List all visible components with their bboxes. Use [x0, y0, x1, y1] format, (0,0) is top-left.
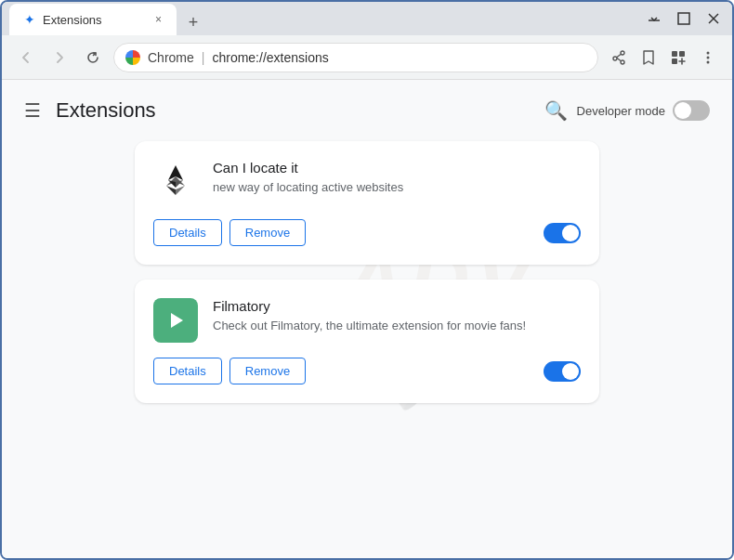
enable-toggle-can-i-locate-it[interactable]: [544, 223, 581, 243]
forward-button[interactable]: [46, 45, 72, 71]
svg-point-10: [707, 56, 710, 59]
svg-point-9: [707, 51, 710, 54]
developer-mode-toggle[interactable]: [673, 100, 710, 121]
title-bar: ✦ Extensions × +: [2, 2, 732, 35]
sidebar-menu-icon[interactable]: ☰: [24, 99, 41, 122]
svg-rect-8: [672, 59, 677, 64]
browser-menu-icon[interactable]: [695, 45, 721, 71]
reload-button[interactable]: [80, 45, 106, 71]
svg-point-11: [707, 60, 710, 63]
bookmark-icon[interactable]: [636, 45, 662, 71]
filmatory-logo: [153, 298, 198, 343]
svg-marker-17: [176, 186, 185, 195]
svg-rect-7: [679, 51, 685, 57]
address-input[interactable]: Chrome | chrome://extensions: [113, 43, 598, 72]
extensions-header: ☰ Extensions 🔍 Developer mode: [2, 80, 732, 141]
extension-name: Filmatory: [213, 298, 581, 314]
extension-actions: Details Remove: [153, 358, 581, 384]
details-button-can-i-locate-it[interactable]: Details: [153, 219, 222, 246]
details-button-filmatory[interactable]: Details: [153, 358, 222, 384]
page-content: 🔍 ADV ☰ Extensions 🔍 Developer mode: [2, 80, 732, 558]
address-separator: |: [202, 50, 205, 65]
extension-card-filmatory: Filmatory Check out Filmatory, the ultim…: [135, 280, 599, 403]
remove-button-filmatory[interactable]: Remove: [229, 358, 306, 384]
new-tab-button[interactable]: +: [180, 9, 206, 35]
tab-title: Extensions: [43, 13, 102, 27]
extension-name: Can I locate it: [213, 160, 581, 176]
svg-line-5: [617, 54, 621, 57]
svg-line-4: [617, 58, 621, 60]
share-icon[interactable]: [606, 45, 632, 71]
extension-icon-filmatory: [153, 298, 198, 343]
extensions-list: Can I locate it new way of locating acti…: [2, 141, 732, 425]
extensions-tab-icon: ✦: [24, 12, 35, 27]
toolbar-icons: [606, 45, 721, 71]
search-icon[interactable]: 🔍: [544, 99, 568, 122]
extension-card-inner: Filmatory Check out Filmatory, the ultim…: [153, 298, 581, 343]
extension-icon-can-i-locate-it: [153, 160, 198, 204]
maximize-button[interactable]: [673, 7, 695, 30]
extension-card-inner: Can I locate it new way of locating acti…: [153, 160, 581, 204]
svg-rect-6: [672, 51, 677, 57]
svg-marker-16: [166, 186, 176, 195]
developer-mode-label: Developer mode: [577, 104, 665, 118]
play-icon: [163, 307, 189, 333]
extension-actions: Details Remove: [153, 219, 581, 246]
browser-tab[interactable]: ✦ Extensions ×: [9, 4, 177, 35]
remove-button-can-i-locate-it[interactable]: Remove: [229, 219, 306, 246]
back-button[interactable]: [13, 45, 39, 71]
address-site-name: Chrome: [148, 50, 194, 65]
address-url: chrome://extensions: [212, 50, 328, 65]
extensions-icon[interactable]: [665, 45, 691, 71]
address-bar: Chrome | chrome://extensions: [2, 35, 732, 80]
enable-toggle-filmatory[interactable]: [544, 361, 581, 382]
extension-description: new way of locating active websites: [213, 179, 581, 196]
svg-rect-1: [678, 13, 689, 24]
extension-card-can-i-locate-it: Can I locate it new way of locating acti…: [135, 141, 599, 265]
browser-frame: ✦ Extensions × +: [0, 0, 734, 560]
tab-close-button[interactable]: ×: [155, 13, 162, 26]
extension-description: Check out Filmatory, the ultimate extens…: [213, 318, 581, 334]
locate-it-logo: [153, 160, 198, 204]
page-title: Extensions: [56, 98, 544, 123]
minimize-button[interactable]: [643, 7, 665, 30]
svg-marker-18: [171, 313, 183, 328]
chrome-logo-icon: [125, 50, 140, 65]
window-controls: [643, 7, 725, 30]
extension-info-filmatory: Filmatory Check out Filmatory, the ultim…: [213, 298, 581, 334]
close-button[interactable]: [702, 7, 725, 30]
extension-info-can-i-locate-it: Can I locate it new way of locating acti…: [213, 160, 581, 196]
